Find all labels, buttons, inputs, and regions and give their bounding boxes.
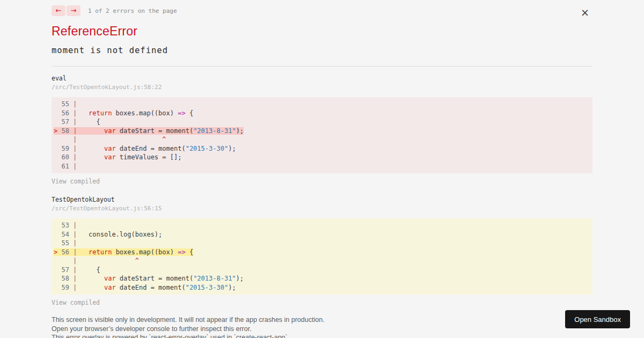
code-line: 57 | {	[54, 266, 590, 275]
view-compiled-link[interactable]: View compiled	[52, 299, 100, 306]
close-button[interactable]: ×	[581, 8, 589, 18]
error-counter: 1 of 2 errors on the page	[88, 8, 177, 14]
frame-function-name: TestOpentokLayout	[52, 196, 592, 203]
footer-note: This screen is visible only in developme…	[52, 315, 592, 325]
code-line: 58 | var dateStart = moment("2013-8-31")…	[54, 274, 590, 283]
code-line: 60 | var timeValues = [];	[54, 153, 590, 162]
open-sandbox-button[interactable]: Open Sandbox	[565, 310, 630, 328]
view-compiled-link[interactable]: View compiled	[52, 178, 100, 185]
code-block-red: 55 | 56 | return boxes.map((box) => { 57…	[52, 97, 592, 173]
footer-notes: This screen is visible only in developme…	[52, 315, 592, 338]
footer-note: Open your browser’s developer console to…	[52, 325, 592, 334]
arrow-left-icon: ←	[56, 6, 62, 14]
frame-file-location: /src/TestOpentokLayout.js:58:22	[52, 84, 592, 91]
arrow-right-icon: →	[71, 6, 77, 14]
code-line: 57 | {	[54, 117, 590, 127]
error-type-title: ReferenceError	[52, 24, 592, 39]
code-line: 59 | var dateEnd = moment("2015-3-30");	[54, 144, 590, 153]
code-line: 53 |	[54, 221, 590, 230]
stack-frame-eval: eval /src/TestOpentokLayout.js:58:22 55 …	[52, 75, 592, 186]
footer-note: This error overlay is powered by `react-…	[52, 333, 592, 338]
code-line: 54 | console.log(boxes);	[54, 230, 590, 239]
code-line: 55 |	[54, 100, 590, 109]
frame-function-name: eval	[52, 75, 592, 82]
error-nav-buttons: ← →	[52, 5, 80, 16]
error-message: moment is not defined	[52, 46, 592, 55]
code-line: > 56 | return boxes.map((box) => {	[54, 248, 590, 257]
stack-frame-testopentoklayout: TestOpentokLayout /src/TestOpentokLayout…	[52, 196, 592, 307]
code-line: 59 | var dateEnd = moment("2015-3-30");	[54, 283, 590, 292]
code-line: 56 | return boxes.map((box) => {	[54, 109, 590, 118]
previous-error-button[interactable]: ←	[52, 5, 65, 16]
code-line: 61 |	[54, 162, 590, 171]
frame-file-location: /src/TestOpentokLayout.js:56:15	[52, 205, 592, 212]
code-block-yellow: 53 | 54 | console.log(boxes); 55 |> 56 |…	[52, 218, 592, 295]
close-icon: ×	[581, 6, 589, 18]
code-line: 55 |	[54, 239, 590, 248]
error-overlay: ← → 1 of 2 errors on the page × Referenc…	[0, 0, 644, 338]
code-line: > 58 | var dateStart = moment("2013-8-31…	[54, 127, 590, 136]
error-navigation-bar: ← → 1 of 2 errors on the page ×	[52, 5, 592, 16]
code-line: | ^	[54, 135, 590, 144]
code-line: | ^	[54, 256, 590, 266]
next-error-button[interactable]: →	[67, 5, 80, 16]
divider	[52, 66, 592, 67]
